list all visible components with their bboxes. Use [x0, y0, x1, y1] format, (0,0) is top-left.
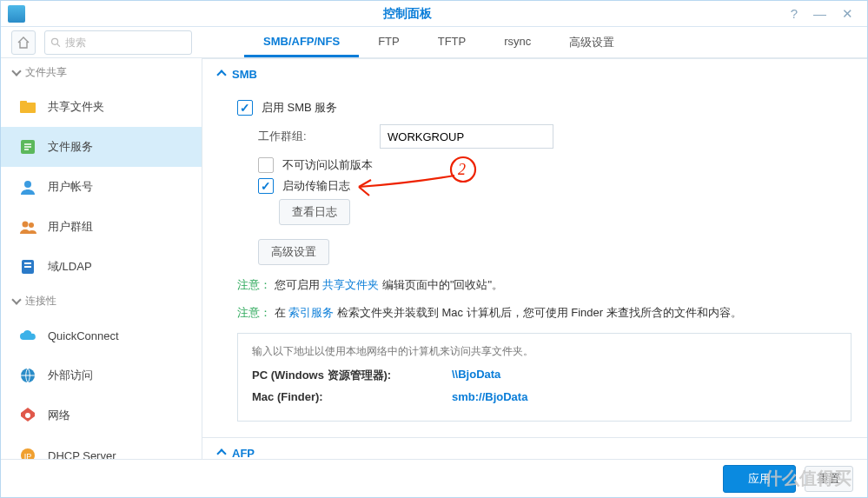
- window-title: 控制面板: [25, 6, 791, 22]
- workgroup-label: 工作群组:: [258, 129, 380, 144]
- sidebar-item-shared-folder[interactable]: 共享文件夹: [1, 87, 202, 127]
- dhcp-icon: IP: [18, 446, 37, 459]
- note-text: 检索文件夹并装载到 Mac 计算机后，您可使用 Finder 来查找所含的文件和…: [337, 306, 742, 319]
- content-panel: SMB 启用 SMB 服务 工作群组: 不可访问以前版本 启动传输日志: [202, 58, 867, 459]
- address-hint: 输入以下地址以使用本地网络中的计算机来访问共享文件夹。: [252, 344, 837, 359]
- chevron-down-icon: [11, 66, 21, 76]
- checkbox-enable-smb[interactable]: [237, 100, 253, 116]
- sidebar-item-external-access[interactable]: 外部访问: [1, 355, 202, 395]
- mac-label: Mac (Finder):: [252, 390, 452, 403]
- sidebar-item-label: 用户帐号: [48, 179, 93, 195]
- section-smb: SMB 启用 SMB 服务 工作群组: 不可访问以前版本 启动传输日志: [202, 58, 867, 437]
- sidebar-item-user[interactable]: 用户帐号: [1, 167, 202, 207]
- section-title: AFP: [232, 447, 255, 459]
- sidebar-item-label: 外部访问: [48, 368, 93, 383]
- index-service-link[interactable]: 索引服务: [288, 306, 334, 319]
- search-box[interactable]: [44, 30, 192, 55]
- svg-point-7: [29, 222, 34, 228]
- tab-ftp[interactable]: FTP: [359, 28, 419, 57]
- section-afp-header[interactable]: AFP: [202, 438, 867, 459]
- svg-point-0: [52, 38, 58, 44]
- search-input[interactable]: [65, 37, 186, 49]
- home-icon: [17, 36, 30, 50]
- sidebar-item-label: 用户群组: [48, 219, 93, 235]
- ldap-icon: [18, 257, 37, 276]
- sidebar-item-group[interactable]: 用户群组: [1, 207, 202, 247]
- window-buttons: ? — ✕: [791, 6, 867, 22]
- checkbox-label: 启动传输日志: [282, 178, 350, 194]
- svg-rect-9: [24, 262, 31, 264]
- sidebar-item-domain-ldap[interactable]: 域/LDAP: [1, 247, 202, 287]
- svg-point-12: [25, 413, 30, 418]
- sidebar-item-label: 共享文件夹: [48, 99, 104, 115]
- reset-button[interactable]: 重置: [805, 466, 853, 492]
- svg-point-6: [23, 222, 29, 228]
- tabs: SMB/AFP/NFS FTP TFTP rsync 高级设置: [244, 28, 633, 57]
- chevron-up-icon: [216, 70, 226, 79]
- close-button[interactable]: ✕: [842, 6, 853, 22]
- chevron-up-icon: [216, 448, 226, 458]
- address-box: 输入以下地址以使用本地网络中的计算机来访问共享文件夹。 PC (Windows …: [237, 333, 851, 422]
- sidebar-item-file-service[interactable]: 文件服务: [1, 127, 202, 167]
- section-afp: AFP: [202, 437, 867, 459]
- sidebar-item-label: DHCP Server: [48, 449, 116, 460]
- sidebar-item-label: 文件服务: [48, 139, 93, 155]
- group-icon: [18, 217, 37, 236]
- note-text: 编辑页面中的"回收站"。: [382, 278, 503, 291]
- section-title: SMB: [232, 68, 257, 81]
- app-icon: [8, 5, 25, 23]
- sidebar-item-label: 网络: [48, 408, 70, 423]
- checkbox-enable-transfer-log[interactable]: [258, 178, 274, 194]
- tab-tftp[interactable]: TFTP: [419, 28, 486, 57]
- svg-rect-3: [20, 101, 27, 104]
- svg-point-5: [24, 181, 31, 188]
- sidebar-group-connectivity[interactable]: 连接性: [1, 287, 202, 315]
- user-icon: [18, 177, 37, 196]
- search-icon: [50, 37, 62, 49]
- sidebar-group-label: 连接性: [25, 294, 56, 309]
- shared-folder-link[interactable]: 共享文件夹: [322, 278, 379, 291]
- window-titlebar: 控制面板 ? — ✕: [1, 1, 867, 27]
- globe-icon: [18, 366, 37, 385]
- help-button[interactable]: ?: [791, 6, 798, 22]
- workgroup-input[interactable]: [380, 124, 553, 149]
- sidebar-item-label: 域/LDAP: [48, 259, 92, 275]
- sidebar-item-dhcp[interactable]: IP DHCP Server: [1, 435, 202, 459]
- apply-button[interactable]: 应用: [723, 465, 796, 493]
- note-label: 注意：: [237, 306, 271, 319]
- tab-advanced[interactable]: 高级设置: [550, 28, 633, 57]
- svg-text:IP: IP: [24, 452, 32, 459]
- minimize-button[interactable]: —: [813, 6, 826, 22]
- toolbar: SMB/AFP/NFS FTP TFTP rsync 高级设置: [1, 27, 867, 58]
- sidebar-group-label: 文件共享: [25, 65, 67, 80]
- tab-smb-afp-nfs[interactable]: SMB/AFP/NFS: [244, 28, 359, 57]
- note-label: 注意：: [237, 278, 271, 291]
- note-text: 在: [275, 306, 289, 319]
- tab-rsync[interactable]: rsync: [485, 28, 550, 57]
- back-home-button[interactable]: [11, 30, 36, 55]
- checkbox-label: 启用 SMB 服务: [262, 100, 337, 116]
- pc-address[interactable]: \\BjoData: [452, 368, 500, 383]
- section-smb-header[interactable]: SMB: [202, 59, 867, 90]
- chevron-down-icon: [11, 295, 21, 304]
- network-icon: [18, 406, 37, 425]
- cloud-icon: [18, 326, 37, 345]
- folder-icon: [18, 97, 37, 116]
- sidebar: 文件共享 共享文件夹 文件服务 用户帐号 用户群组 域/LDAP 连接性 Qu: [1, 58, 202, 459]
- mac-address[interactable]: smb://BjoData: [452, 390, 527, 403]
- footer: 应用 重置: [1, 459, 867, 497]
- sidebar-item-network[interactable]: 网络: [1, 395, 202, 435]
- checkbox-label: 不可访问以前版本: [282, 157, 373, 173]
- svg-line-1: [57, 43, 60, 46]
- pc-label: PC (Windows 资源管理器):: [252, 368, 452, 383]
- sidebar-item-label: QuickConnect: [48, 329, 119, 342]
- sidebar-item-quickconnect[interactable]: QuickConnect: [1, 315, 202, 355]
- note-text: 您可启用: [275, 278, 323, 291]
- advanced-settings-button[interactable]: 高级设置: [258, 239, 329, 265]
- checkbox-no-prev-version[interactable]: [258, 157, 274, 173]
- file-service-icon: [18, 137, 37, 156]
- sidebar-group-fileshare[interactable]: 文件共享: [1, 58, 202, 87]
- view-log-button[interactable]: 查看日志: [279, 199, 350, 225]
- svg-rect-10: [24, 266, 31, 268]
